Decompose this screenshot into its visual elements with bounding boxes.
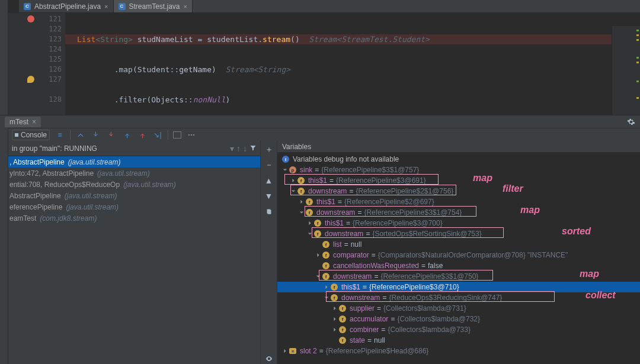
- variable-value: null: [351, 240, 362, 249]
- variable-row[interactable]: fcomparator = {Comparators$NaturalOrderC…: [277, 250, 640, 260]
- evaluate-expression-icon[interactable]: [173, 131, 181, 138]
- force-step-into-icon[interactable]: [106, 130, 117, 140]
- chevron-right-icon[interactable]: [332, 316, 338, 322]
- chevron-right-icon[interactable]: [315, 252, 321, 258]
- variable-name: sink: [300, 166, 312, 174]
- stack-frame[interactable]: , AbstractPipeline (java.util.stream): [8, 156, 260, 167]
- annotation-label: map: [520, 205, 540, 215]
- show-watches-icon[interactable]: [264, 353, 274, 364]
- stack-frame[interactable]: eamTest (com.jdk8.stream): [8, 212, 260, 224]
- variable-value: {Collectors$lambda@731}: [383, 304, 466, 313]
- chevron-down-icon[interactable]: [282, 167, 288, 173]
- tab-streamtest[interactable]: C StreamTest.java ×: [114, 0, 193, 12]
- console-button[interactable]: Console: [12, 130, 50, 140]
- twisty-placeholder: [332, 337, 338, 343]
- error-stripe-minimap[interactable]: [612, 26, 640, 115]
- chevron-down-icon[interactable]: [299, 210, 305, 215]
- code-area[interactable]: List<String> studNameList = studentList.…: [65, 13, 640, 115]
- close-icon[interactable]: ×: [32, 118, 36, 126]
- code-editor[interactable]: 121 122 123 124 125 126 127 128 List<Str…: [8, 13, 640, 115]
- variable-row[interactable]: fcombiner = {Collectors$lambda@733}: [277, 324, 640, 335]
- twisty-placeholder: [315, 241, 321, 247]
- warn-text: Variables debug info not available: [293, 155, 399, 163]
- step-into-icon[interactable]: [91, 130, 101, 140]
- variable-value: {SortedOps$RefSortingSink@753}: [372, 230, 481, 238]
- threads-icon[interactable]: ≡: [55, 130, 65, 140]
- remove-watch-icon[interactable]: －: [264, 160, 274, 170]
- chevron-right-icon[interactable]: [299, 199, 305, 205]
- info-icon: i: [282, 156, 289, 163]
- variable-row[interactable]: fsupplier = {Collectors$lambda@731}: [277, 303, 640, 314]
- tab-label: StreamTest.java: [129, 2, 180, 11]
- chevron-right-icon[interactable]: [324, 284, 329, 290]
- debug-side-toolbar[interactable]: [0, 141, 8, 364]
- variable-name: this$1: [316, 198, 335, 206]
- trace-current-stream-chain-icon[interactable]: ⋯: [186, 130, 197, 140]
- variable-row[interactable]: faccumulator = {Collectors$lambda@732}: [277, 314, 640, 324]
- variable-name: downstream: [333, 272, 372, 281]
- frames-panel: in group "main": RUNNING ▾ ↑ ↓ , Abstrac…: [0, 141, 261, 364]
- stack-frame[interactable]: AbstractPipeline (java.util.stream): [8, 190, 260, 201]
- chevron-right-icon[interactable]: [282, 348, 288, 354]
- field-icon: f: [339, 315, 346, 323]
- debug-session-tab[interactable]: mTest ×: [5, 117, 41, 127]
- variable-value: {ReduceOps$3ReducingSink@747}: [389, 294, 502, 302]
- field-icon: f: [339, 305, 346, 312]
- copy-icon[interactable]: [264, 206, 274, 217]
- stack-frame[interactable]: eferencePipeline (java.util.stream): [8, 201, 260, 212]
- thread-label: in group "main": RUNNING: [12, 144, 97, 153]
- variable-name: downstream: [341, 294, 380, 302]
- line-gutter[interactable]: 121 122 123 124 125 126 127 128: [8, 13, 65, 115]
- next-frame-icon[interactable]: ↓: [243, 144, 247, 153]
- variables-tree[interactable]: i Variables debug info not available psi…: [277, 153, 640, 357]
- close-icon[interactable]: ×: [104, 3, 108, 10]
- intention-bulb-icon[interactable]: [27, 76, 34, 83]
- move-up-icon[interactable]: ▲: [264, 175, 274, 186]
- step-out-icon[interactable]: [121, 130, 132, 140]
- chevron-down-icon[interactable]: [324, 295, 329, 301]
- field-icon: f: [297, 188, 305, 195]
- breakpoint-icon[interactable]: [27, 15, 34, 22]
- chevron-right-icon[interactable]: [332, 305, 338, 311]
- move-down-icon[interactable]: ▼: [264, 191, 274, 201]
- stack-frame[interactable]: ential:708, ReduceOps$ReduceOp (java.uti…: [8, 179, 260, 190]
- variable-row[interactable]: fdownstream = {ReferencePipeline$2$1@756…: [277, 186, 640, 197]
- variable-row[interactable]: fstate = null: [277, 335, 640, 346]
- variable-name: combiner: [350, 326, 379, 334]
- run-to-cursor-icon[interactable]: ↘|: [152, 130, 163, 140]
- variables-toolbar: ＋ － ▲ ▼: [261, 141, 277, 364]
- chevron-down-icon[interactable]: [315, 273, 321, 279]
- chevron-down-icon[interactable]: [290, 188, 296, 194]
- new-watch-icon[interactable]: ＋: [264, 144, 274, 155]
- chevron-down-icon[interactable]: [307, 231, 313, 237]
- chevron-right-icon[interactable]: [307, 220, 313, 226]
- stack-frame[interactable]: yInto:472, AbstractPipeline (java.util.s…: [8, 167, 260, 179]
- slot-icon: =: [289, 348, 296, 354]
- variable-row[interactable]: psink = {ReferencePipeline$3$1@757}: [277, 165, 640, 175]
- tab-label: AbstractPipeline.java: [34, 2, 101, 11]
- variable-value: {ReferencePipeline$3$1@757}: [321, 166, 419, 174]
- close-icon[interactable]: ×: [184, 3, 187, 10]
- variable-row[interactable]: flist = null: [277, 239, 640, 250]
- debug-toolbar: Console ≡ ↘| ⋯: [8, 128, 640, 141]
- variable-value: {Collectors$lambda@733}: [388, 326, 471, 334]
- tab-abstractpipeline[interactable]: C AbstractPipeline.java ×: [19, 0, 114, 12]
- variable-row[interactable]: fthis$1 = {ReferencePipeline$2@697}: [277, 197, 640, 207]
- editor-tabs: C AbstractPipeline.java × C StreamTest.j…: [19, 0, 640, 13]
- variable-row[interactable]: =slot 2 = {ReferencePipeline$Head@686}: [277, 346, 640, 356]
- drop-frame-icon[interactable]: [137, 130, 148, 140]
- frames-list[interactable]: , AbstractPipeline (java.util.stream)yIn…: [8, 156, 260, 364]
- thread-selector[interactable]: in group "main": RUNNING ▾ ↑ ↓: [8, 141, 260, 156]
- chevron-right-icon[interactable]: [332, 327, 338, 333]
- annotation-label: filter: [503, 183, 523, 194]
- chevron-right-icon[interactable]: [290, 178, 296, 183]
- dropdown-chevron-icon[interactable]: ▾: [230, 144, 234, 153]
- variable-row[interactable]: fthis$1 = {ReferencePipeline$3@691}: [277, 175, 640, 186]
- gear-icon[interactable]: [627, 118, 635, 126]
- filter-icon[interactable]: [249, 144, 257, 153]
- field-icon: f: [314, 220, 321, 227]
- variable-name: slot 2: [300, 347, 317, 355]
- variable-row[interactable]: fdownstream = {ReferencePipeline$3$1@754…: [277, 207, 640, 218]
- prev-frame-icon[interactable]: ↑: [236, 144, 241, 153]
- step-over-icon[interactable]: [75, 130, 86, 140]
